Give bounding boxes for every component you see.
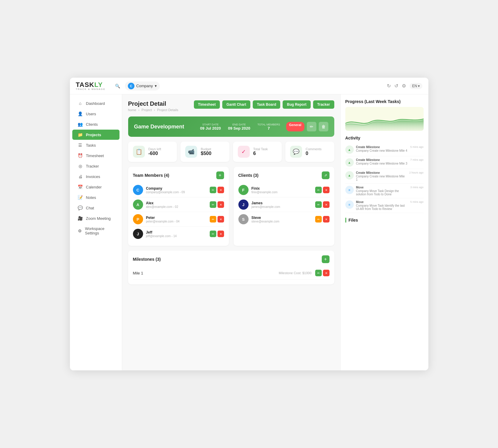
refresh-icon[interactable]: ↻ (387, 83, 391, 89)
activity-title: Activity (345, 136, 424, 140)
sidebar-icon: 👥 (78, 122, 83, 127)
sidebar-icon: 🎥 (78, 216, 83, 221)
add-member-button[interactable]: + (216, 171, 224, 179)
breadcrumb-home: home (128, 108, 137, 112)
team-members-header: Team Members (4) + (133, 171, 224, 179)
sidebar-item-label: Dashboard (86, 101, 105, 106)
sidebar-item-zoom-meeting[interactable]: 🎥 Zoom Meeting (72, 213, 119, 223)
sidebar-item-projects[interactable]: 📁 Projects (72, 130, 119, 140)
sidebar-item-tasks[interactable]: ☰ Tasks (72, 140, 119, 150)
task-icon: ✓ (238, 146, 250, 158)
share-clients-button[interactable]: ⇗ (322, 171, 330, 179)
member-peter: P Peter peter@example.com - 04 ✏ ✕ (133, 212, 224, 227)
client-steve: S Steve steve@example.com ✏ ✕ (238, 212, 330, 226)
client-avatar: F (238, 185, 249, 195)
breadcrumb-project: Project (142, 108, 152, 112)
sidebar-item-label: Projects (86, 133, 101, 137)
sidebar-item-workspace-settings[interactable]: ⚙ Workspace Settings (72, 224, 119, 238)
bug-report-button[interactable]: Bug Report (283, 100, 310, 109)
activity-icon: ▲ (345, 158, 354, 167)
remove-member-button[interactable]: ✕ (217, 201, 224, 208)
remove-client-button[interactable]: ✕ (323, 187, 330, 193)
sidebar-item-users[interactable]: 👤 Users (72, 109, 119, 119)
client-finix: F Finix finix@example.com ✏ ✕ (238, 183, 330, 197)
add-milestone-button[interactable]: + (322, 255, 330, 263)
edit-client-button[interactable]: ✏ (315, 201, 322, 208)
member-jeff: J Jeff jeff@example.com - 14 ✏ ✕ (133, 227, 224, 241)
milestones-title: Milestones (3) (133, 257, 161, 262)
sidebar: ⌂ Dashboard 👤 Users 👥 Clients 📁 Projects… (70, 94, 122, 370)
team-members-title: Team Members (4) (133, 173, 169, 178)
project-end: END DATE 09 Sep 2020 (228, 123, 250, 131)
progress-section: Progress (Last Week Tasks) (345, 99, 424, 131)
edit-member-button[interactable]: ✏ (210, 187, 216, 193)
delete-project-button[interactable]: 🗑 (319, 122, 328, 131)
gantt-chart-button[interactable]: Gantt Chart (222, 100, 250, 109)
edit-member-button[interactable]: ✏ (210, 216, 216, 223)
sidebar-icon: 💬 (78, 205, 83, 210)
header-buttons: Timesheet Gantt Chart Task Board Bug Rep… (194, 100, 334, 109)
task-board-button[interactable]: Task Board (253, 100, 280, 109)
language-selector[interactable]: EN ▾ (410, 83, 422, 89)
project-meta: START DATE 09 Jul 2020 END DATE 09 Sep 2… (200, 123, 280, 131)
activity-list: ▲ Create Milestone Company Create new Mi… (345, 143, 424, 213)
stats-row: 📋 Days left -600 📹 Budget $500 ✓ (128, 142, 334, 162)
company-selector[interactable]: C Company ▾ (125, 82, 160, 90)
edit-project-button[interactable]: ✏ (307, 122, 316, 131)
files-section: Files (345, 218, 424, 223)
tracker-button[interactable]: Tracker (313, 100, 334, 109)
sidebar-item-calender[interactable]: 📅 Calender (72, 182, 119, 192)
sidebar-item-chat[interactable]: 💬 Chat (72, 203, 119, 213)
sidebar-item-clients[interactable]: 👥 Clients (72, 119, 119, 129)
sidebar-icon: ⌂ (78, 101, 83, 106)
milestones-header: Milestones (3) + (133, 255, 330, 263)
activity-section: Activity ▲ Create Milestone Company Crea… (345, 136, 424, 213)
edit-member-button[interactable]: ✏ (210, 231, 216, 237)
remove-client-button[interactable]: ✕ (323, 201, 330, 208)
main-content: Project Detail home › Project › Project … (122, 94, 340, 370)
delete-milestone-button[interactable]: ✕ (323, 270, 330, 276)
sync-icon[interactable]: ↺ (394, 83, 398, 89)
logo-sub: TRACK & MANAGE (76, 88, 106, 90)
remove-client-button[interactable]: ✕ (323, 216, 330, 223)
app-container: TASKLY TRACK & MANAGE 🔍 C Company ▾ ↻ ↺ … (70, 78, 428, 370)
body-wrapper: ⌂ Dashboard 👤 Users 👥 Clients 📁 Projects… (70, 94, 428, 370)
sidebar-item-tracker[interactable]: ◎ Tracker (72, 161, 119, 171)
member-avatar: J (133, 229, 143, 239)
edit-member-button[interactable]: ✏ (210, 201, 216, 208)
stat-days-left: 📋 Days left -600 (128, 142, 177, 162)
clients-title: Clients (3) (238, 173, 259, 178)
remove-member-button[interactable]: ✕ (217, 231, 224, 237)
timesheet-button[interactable]: Timesheet (194, 100, 220, 109)
sidebar-icon: 👤 (78, 111, 83, 116)
right-panel: Progress (Last Week Tasks) (340, 94, 428, 370)
sidebar-item-notes[interactable]: 📝 Notes (72, 192, 119, 202)
settings-icon[interactable]: ⚙ (402, 83, 406, 89)
project-actions: General ✏ 🗑 (286, 122, 328, 131)
sidebar-item-label: Calender (86, 185, 102, 189)
sidebar-icon: 📝 (78, 195, 83, 200)
company-label: Company (136, 84, 153, 88)
activity-icon: ≡ (345, 186, 354, 194)
project-card: Game Development START DATE 09 Jul 2020 … (128, 116, 334, 137)
remove-member-button[interactable]: ✕ (217, 187, 224, 193)
member-avatar: P (133, 214, 143, 224)
edit-milestone-button[interactable]: ✏ (315, 270, 322, 276)
project-members: Total Members 7 (258, 123, 280, 131)
edit-client-button[interactable]: ✏ (315, 187, 322, 193)
sidebar-item-dashboard[interactable]: ⌂ Dashboard (72, 98, 119, 108)
members-clients-row: Team Members (4) + C Company company@exa… (128, 167, 334, 246)
remove-member-button[interactable]: ✕ (217, 216, 224, 223)
sidebar-item-label: Timesheet (86, 154, 104, 158)
company-avatar: C (128, 83, 134, 89)
files-title: Files (345, 218, 424, 223)
team-members-card: Team Members (4) + C Company company@exa… (128, 167, 229, 246)
sidebar-item-timesheet[interactable]: ⏰ Timesheet (72, 151, 119, 161)
edit-client-button[interactable]: ✏ (315, 216, 322, 223)
sidebar-item-invoices[interactable]: 🖨 Invoices (72, 171, 119, 182)
logo: TASKLY TRACK & MANAGE (76, 82, 106, 90)
header: TASKLY TRACK & MANAGE 🔍 C Company ▾ ↻ ↺ … (70, 78, 428, 94)
sidebar-icon: ⏰ (78, 153, 83, 158)
member-alex: A Alex alex@example.com - 02 ✏ ✕ (133, 197, 224, 212)
search-area[interactable]: 🔍 (115, 84, 120, 88)
